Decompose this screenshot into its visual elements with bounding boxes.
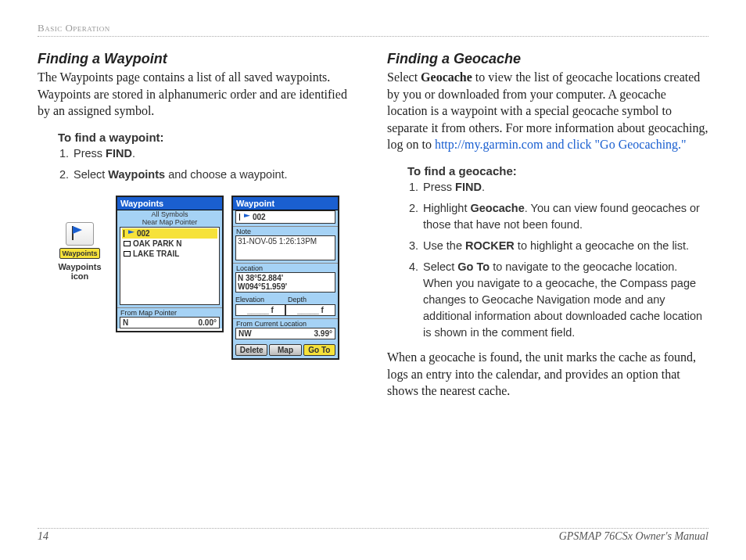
geocache-steps-list: Press FIND. Highlight Geocache. You can …	[421, 179, 708, 341]
waypoint-steps-title: To find a waypoint:	[58, 131, 359, 144]
from-current-field: NW 3.99°	[235, 328, 335, 339]
button-row: Delete Map Go To	[233, 342, 338, 358]
section-title-waypoint: Finding a Waypoint	[38, 51, 359, 67]
list-item[interactable]: 002	[122, 228, 217, 239]
geocache-step-1: Press FIND.	[421, 179, 708, 196]
section-title-geocache: Finding a Geocache	[387, 51, 708, 67]
from-label: From Map Pointer	[117, 307, 222, 317]
waypoint-steps-block: To find a waypoint: Press FIND. Select W…	[58, 131, 359, 183]
screen-title: Waypoint	[233, 197, 338, 210]
waypoint-steps-list: Press FIND. Select Waypoints and choose …	[72, 145, 359, 183]
content-columns: Finding a Waypoint The Waypoints page co…	[38, 51, 708, 404]
note-field[interactable]: 31-NOV-05 1:26:13PM	[235, 235, 335, 260]
left-column: Finding a Waypoint The Waypoints page co…	[38, 51, 359, 404]
list-item[interactable]: OAK PARK N	[122, 239, 217, 249]
waypoint-name-field[interactable]: 002	[235, 210, 335, 224]
waypoint-step-1: Press FIND.	[72, 145, 359, 162]
device-screen-waypoints: Waypoints All SymbolsNear Map Pointer 00…	[116, 196, 224, 332]
from-current-label: From Current Location	[233, 318, 338, 328]
page-footer: 14 GPSMAP 76CSx Owner's Manual	[38, 528, 708, 543]
geocache-step-2: Highlight Geocache. You can view found g…	[421, 200, 708, 233]
waypoint-list: 002 OAK PARK N LAKE TRAIL	[120, 227, 220, 305]
screen-title: Waypoints	[117, 197, 222, 210]
right-column: Finding a Geocache Select Geocache to vi…	[387, 51, 708, 404]
screen-context: All SymbolsNear Map Pointer	[117, 210, 222, 227]
geocache-outro: When a geocache is found, the unit marks…	[387, 349, 708, 400]
map-button[interactable]: Map	[269, 344, 301, 356]
manual-title: GPSMAP 76CSx Owner's Manual	[559, 530, 708, 543]
geocache-step-3: Use the ROCKER to highlight a geocache o…	[421, 238, 708, 254]
list-item[interactable]: LAKE TRAIL	[122, 249, 217, 259]
house-icon	[124, 241, 131, 246]
geocache-steps-title: To find a geocache:	[407, 164, 708, 178]
note-label: Note	[233, 226, 338, 235]
waypoints-icon	[66, 222, 94, 246]
from-pointer-field: N 0.00°	[120, 317, 220, 328]
location-label: Location	[233, 263, 338, 272]
geocaching-link[interactable]: http://my.garmin.com and click "Go Geoca…	[435, 138, 687, 151]
waypoints-icon-label: Waypoints	[59, 248, 99, 259]
geocache-intro: Select Geocache to view the list of geoc…	[387, 69, 708, 153]
delete-button[interactable]: Delete	[235, 344, 267, 356]
device-screen-waypoint-detail: Waypoint 002 Note 31-NOV-05 1:26:13PM Lo…	[231, 196, 339, 360]
waypoint-step-2: Select Waypoints and choose a waypoint.	[72, 167, 359, 183]
screenshot-row: Waypoints Waypointsicon Waypoints All Sy…	[52, 196, 359, 360]
page-number: 14	[38, 530, 48, 543]
house-icon	[124, 251, 131, 257]
elev-depth-labels: Elevation Depth	[233, 295, 338, 304]
page-header: Basic Operation	[38, 22, 708, 37]
flag-icon	[244, 214, 250, 220]
geocache-step-4: Select Go To to navigate to the geocache…	[421, 259, 708, 341]
depth-field[interactable]: _____ f	[285, 304, 335, 316]
waypoints-icon-col: Waypoints Waypointsicon	[52, 222, 108, 281]
waypoints-icon-caption: Waypointsicon	[52, 262, 108, 281]
goto-button[interactable]: Go To	[303, 344, 335, 356]
waypoint-intro: The Waypoints page contains a list of al…	[38, 69, 359, 120]
geocache-steps-block: To find a geocache: Press FIND. Highligh…	[407, 164, 708, 341]
flag-icon	[128, 230, 134, 236]
location-field[interactable]: N 38°52.884' W094°51.959'	[235, 272, 335, 293]
elevation-field[interactable]: _____ f	[235, 304, 285, 316]
